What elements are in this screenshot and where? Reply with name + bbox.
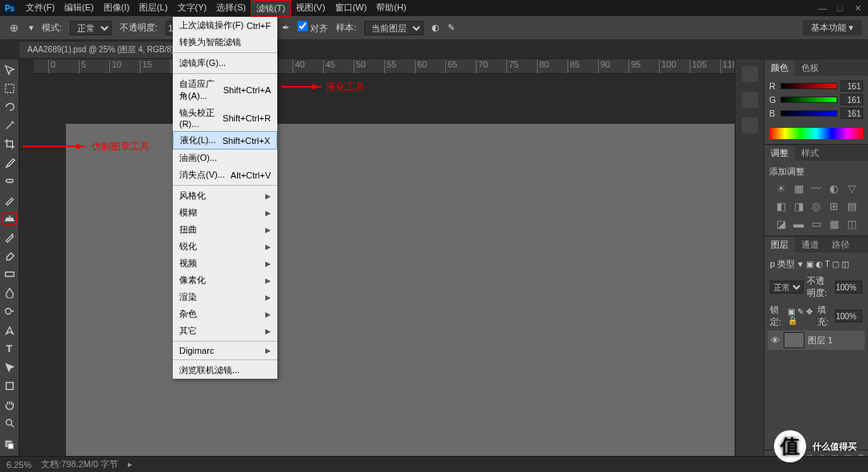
- filter-menu-item-13[interactable]: 像素化▶: [173, 272, 277, 289]
- filter-menu-item-10[interactable]: 扭曲▶: [173, 221, 277, 238]
- brush-tool[interactable]: [2, 193, 17, 207]
- heal-tool[interactable]: [2, 174, 17, 188]
- filter-menu-item-17[interactable]: Digimarc▶: [173, 343, 277, 358]
- type-tool[interactable]: T: [2, 342, 17, 355]
- mode-select[interactable]: 正常: [70, 21, 112, 35]
- menu-6[interactable]: 滤镜(T): [251, 0, 291, 17]
- fill-input[interactable]: [835, 310, 862, 322]
- posterize-icon[interactable]: ▬: [792, 218, 805, 231]
- menu-4[interactable]: 文字(Y): [173, 0, 212, 17]
- filter-menu-item-2[interactable]: 滤镜库(G)...: [173, 55, 277, 72]
- g-value[interactable]: [841, 94, 863, 105]
- history-panel-icon[interactable]: [742, 66, 758, 82]
- kind-filter[interactable]: p 类型: [770, 258, 795, 270]
- crop-tool[interactable]: [2, 137, 17, 151]
- g-slider[interactable]: [780, 96, 837, 103]
- color-swatches-icon[interactable]: [2, 435, 17, 454]
- channels-tab[interactable]: 通道: [795, 237, 825, 252]
- maximize-button[interactable]: □: [836, 3, 844, 14]
- layers-tab[interactable]: 图层: [764, 237, 795, 252]
- zoom-tool[interactable]: [2, 417, 17, 430]
- menu-1[interactable]: 编辑(E): [59, 0, 99, 17]
- filter-menu-item-7[interactable]: 消失点(V)...Alt+Ctrl+V: [173, 166, 277, 183]
- bw-icon[interactable]: ◨: [792, 200, 805, 213]
- photo-filter-icon[interactable]: ◎: [810, 200, 823, 213]
- lookup-icon[interactable]: ▤: [845, 200, 858, 213]
- filter-menu-item-3[interactable]: 自适应广角(A)...Shift+Ctrl+A: [173, 76, 277, 105]
- eraser-tool[interactable]: [2, 249, 17, 263]
- character-panel-icon[interactable]: [742, 92, 758, 108]
- r-value[interactable]: [841, 80, 863, 92]
- adjustments-tab[interactable]: 调整: [764, 146, 795, 161]
- filter-menu-item-9[interactable]: 模糊▶: [173, 204, 277, 221]
- exposure-icon[interactable]: ◐: [828, 183, 841, 195]
- doc-tab-0[interactable]: AAA2689(1).psd @ 25% (图层 4, RGB/8) *×: [19, 42, 199, 58]
- filter-menu-item-15[interactable]: 杂色▶: [173, 306, 277, 322]
- levels-icon[interactable]: ▦: [792, 183, 805, 195]
- filter-menu-item-8[interactable]: 风格化▶: [173, 187, 277, 204]
- ignore-adj-icon[interactable]: ◐: [432, 23, 440, 33]
- lasso-tool[interactable]: [2, 100, 17, 113]
- marquee-tool[interactable]: [2, 81, 17, 95]
- filter-menu-item-0[interactable]: 上次滤镜操作(F)Ctrl+F: [173, 17, 277, 34]
- menu-8[interactable]: 窗口(W): [330, 0, 372, 17]
- menu-7[interactable]: 视图(V): [291, 0, 330, 17]
- filter-menu-item-1[interactable]: 转换为智能滤镜: [173, 34, 277, 51]
- menu-5[interactable]: 选择(S): [211, 0, 251, 17]
- filter-menu-item-18[interactable]: 浏览联机滤镜...: [173, 362, 277, 379]
- paragraph-panel-icon[interactable]: [742, 117, 758, 133]
- blur-tool[interactable]: [2, 286, 17, 300]
- hue-icon[interactable]: ◧: [775, 200, 788, 213]
- styles-tab[interactable]: 样式: [795, 146, 825, 161]
- filter-menu-item-14[interactable]: 渲染▶: [173, 289, 277, 306]
- filter-menu-item-16[interactable]: 其它▶: [173, 322, 277, 339]
- airbrush-icon[interactable]: ✒: [282, 23, 289, 33]
- wand-tool[interactable]: [2, 118, 17, 132]
- filter-menu-item-5[interactable]: 液化(L)...Shift+Ctrl+X: [173, 131, 277, 150]
- filter-menu-item-12[interactable]: 视频▶: [173, 255, 277, 272]
- b-slider[interactable]: [780, 110, 837, 117]
- hand-tool[interactable]: [2, 398, 17, 412]
- layer-row[interactable]: 👁 图层 1: [768, 330, 865, 350]
- filter-menu-item-4[interactable]: 镜头校正(R)...Shift+Ctrl+R: [173, 105, 277, 131]
- layer-thumbnail[interactable]: [784, 332, 805, 348]
- selective-icon[interactable]: ◫: [845, 218, 858, 231]
- paths-tab[interactable]: 路径: [825, 237, 856, 252]
- aligned-checkbox[interactable]: 对齐: [297, 21, 328, 35]
- menu-3[interactable]: 图层(L): [134, 0, 172, 17]
- path-select-tool[interactable]: [2, 360, 17, 374]
- move-tool[interactable]: [2, 63, 17, 76]
- blend-mode-select[interactable]: 正常: [770, 281, 804, 293]
- tablet-icon[interactable]: ✎: [448, 23, 455, 33]
- pen-tool[interactable]: [2, 323, 17, 337]
- channel-mixer-icon[interactable]: ⊞: [828, 200, 841, 213]
- history-brush-tool[interactable]: [2, 230, 17, 244]
- vibrance-icon[interactable]: ▽: [845, 183, 858, 195]
- visibility-icon[interactable]: 👁: [769, 335, 780, 345]
- layer-opacity-input[interactable]: [835, 281, 862, 293]
- zoom-level[interactable]: 6.25%: [6, 460, 31, 470]
- shape-tool[interactable]: [2, 379, 17, 392]
- layer-name[interactable]: 图层 1: [808, 335, 833, 347]
- invert-icon[interactable]: ◪: [775, 218, 788, 231]
- threshold-icon[interactable]: ▭: [810, 218, 823, 231]
- sample-select[interactable]: 当前图层: [364, 21, 424, 35]
- menu-9[interactable]: 帮助(H): [371, 0, 411, 17]
- brightness-icon[interactable]: ☀: [775, 183, 788, 195]
- r-slider[interactable]: [780, 83, 837, 89]
- gradient-tool[interactable]: [2, 268, 17, 281]
- minimize-button[interactable]: —: [818, 3, 826, 14]
- curves-icon[interactable]: 〰: [810, 183, 823, 195]
- dodge-tool[interactable]: [2, 305, 17, 318]
- close-button[interactable]: ✕: [854, 3, 862, 14]
- workspace-switcher[interactable]: 基本功能 ▾: [803, 20, 862, 35]
- color-tab[interactable]: 颜色: [764, 60, 795, 76]
- b-value[interactable]: [841, 108, 863, 119]
- swatches-tab[interactable]: 色板: [795, 60, 825, 76]
- filter-menu-item-6[interactable]: 油画(O)...: [173, 150, 277, 166]
- spectrum-picker[interactable]: [769, 128, 863, 139]
- eyedropper-tool[interactable]: [2, 156, 17, 170]
- filter-menu-item-11[interactable]: 锐化▶: [173, 238, 277, 255]
- clone-stamp-tool[interactable]: [2, 211, 17, 225]
- menu-2[interactable]: 图像(I): [99, 0, 134, 17]
